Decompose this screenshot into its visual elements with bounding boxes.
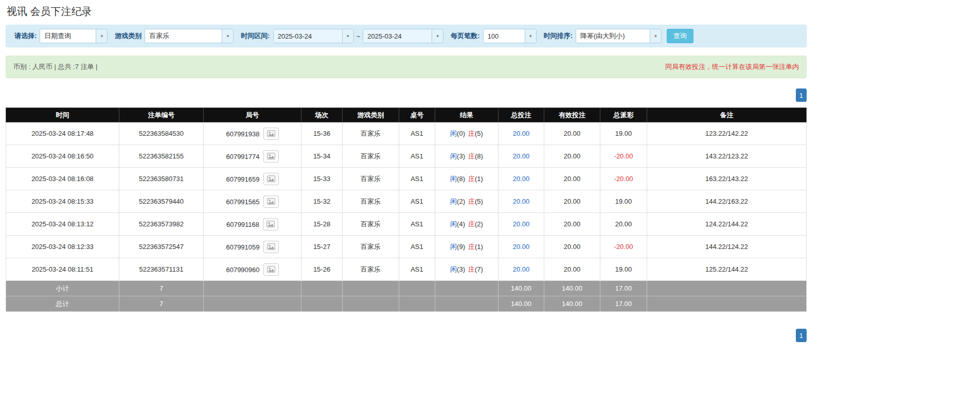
date-from-value[interactable]: 2025-03-24 bbox=[274, 29, 342, 43]
table-row: 2025-03-24 08:15:33 522363579440 6079915… bbox=[6, 190, 807, 213]
total-bet-link[interactable]: 20.00 bbox=[513, 243, 530, 251]
payout-cell: 19.00 bbox=[600, 258, 647, 281]
chevron-down-icon[interactable]: ▼ bbox=[650, 29, 661, 43]
session-cell: 15-26 bbox=[301, 258, 343, 281]
valid-bet-cell: 20.00 bbox=[544, 168, 600, 190]
per-page-combo[interactable]: 100 ▼ bbox=[483, 29, 537, 43]
bet-id-cell: 522363579440 bbox=[119, 190, 204, 213]
chevron-down-icon[interactable]: ▼ bbox=[96, 29, 107, 43]
view-round-button[interactable] bbox=[263, 263, 279, 276]
date-to-combo[interactable]: 2025-03-24 ▼ bbox=[363, 29, 443, 43]
table-no-cell: AS1 bbox=[399, 258, 435, 281]
date-from-combo[interactable]: 2025-03-24 ▼ bbox=[273, 29, 354, 43]
total-bet-link[interactable]: 20.00 bbox=[513, 130, 530, 137]
banker-result-label: 庄 bbox=[468, 198, 475, 205]
payout-cell: -20.00 bbox=[600, 168, 647, 190]
time-cell: 2025-03-24 08:17:48 bbox=[6, 122, 119, 145]
summary-currency-text: 币别 : 人民币 | 总共 :7 注单 | bbox=[13, 62, 98, 72]
grand-total-row: 总计 7 140.00 140.00 17.00 bbox=[6, 296, 807, 312]
table-row: 2025-03-24 08:13:12 522363573982 6079911… bbox=[6, 213, 807, 236]
column-header: 局号 bbox=[204, 108, 301, 122]
round-cell: 607991168 bbox=[204, 213, 301, 236]
round-id: 607991059 bbox=[226, 243, 259, 251]
query-type-value[interactable]: 日期查询 bbox=[40, 29, 96, 43]
view-round-button[interactable] bbox=[263, 150, 279, 163]
date-range-label: 时间区间: bbox=[241, 31, 270, 41]
payout-cell: 19.00 bbox=[600, 122, 647, 145]
game-type-combo[interactable]: 百家乐 ▼ bbox=[145, 29, 234, 43]
view-round-button[interactable] bbox=[263, 195, 279, 208]
game-type-cell: 百家乐 bbox=[343, 213, 399, 236]
bet-id-cell: 522363580731 bbox=[119, 168, 204, 190]
table-row: 2025-03-24 08:11:51 522363571131 6079909… bbox=[6, 258, 807, 281]
round-cell: 607991059 bbox=[204, 236, 301, 258]
bet-id-cell: 522363584530 bbox=[119, 122, 204, 145]
total-bet-cell: 20.00 bbox=[498, 213, 544, 236]
total-bet-cell: 20.00 bbox=[498, 236, 544, 258]
total-bet-cell: 20.00 bbox=[498, 122, 544, 145]
filter-bar: 请选择: 日期查询 ▼ 游戏类别 百家乐 ▼ 时间区间: 2025-03-24 … bbox=[6, 25, 807, 47]
player-result-label: 闲 bbox=[450, 152, 457, 160]
time-cell: 2025-03-24 08:13:12 bbox=[6, 213, 119, 236]
pagination-top: 1 bbox=[6, 88, 807, 102]
pagination-bottom: 1 bbox=[6, 329, 807, 342]
total-bet-link[interactable]: 20.00 bbox=[513, 198, 530, 205]
session-cell: 15-32 bbox=[301, 190, 343, 213]
player-result-count: (9) bbox=[457, 243, 465, 251]
total-bet-link[interactable]: 20.00 bbox=[513, 152, 530, 160]
view-round-button[interactable] bbox=[263, 218, 278, 230]
chevron-down-icon[interactable]: ▼ bbox=[342, 29, 353, 43]
chevron-down-icon[interactable]: ▼ bbox=[222, 29, 233, 43]
table-no-cell: AS1 bbox=[399, 168, 435, 190]
result-cell: 闲(3)庄(8) bbox=[435, 145, 498, 168]
player-result-label: 闲 bbox=[450, 198, 457, 205]
round-cell: 607991659 bbox=[204, 168, 301, 190]
valid-bet-cell: 20.00 bbox=[544, 213, 600, 236]
remark-cell: 123.22/142.22 bbox=[647, 122, 807, 145]
bet-id-cell: 522363572547 bbox=[119, 236, 204, 258]
query-type-combo[interactable]: 日期查询 ▼ bbox=[40, 29, 108, 43]
game-type-cell: 百家乐 bbox=[343, 190, 399, 213]
pagination-page-button[interactable]: 1 bbox=[796, 88, 807, 102]
round-id: 607991774 bbox=[226, 152, 259, 160]
table-no-cell: AS1 bbox=[399, 122, 435, 145]
player-result-count: (4) bbox=[457, 220, 465, 228]
total-bet-link[interactable]: 20.00 bbox=[513, 265, 530, 273]
subtotal-row: 小计 7 140.00 140.00 17.00 bbox=[6, 281, 807, 296]
round-id: 607991938 bbox=[226, 130, 259, 137]
valid-bet-cell: 20.00 bbox=[544, 145, 600, 168]
sort-value[interactable]: 降幂(由大到小) bbox=[576, 29, 650, 43]
column-header: 注单编号 bbox=[119, 108, 204, 122]
valid-bet-cell: 20.00 bbox=[544, 122, 600, 145]
chevron-down-icon[interactable]: ▼ bbox=[432, 29, 443, 43]
player-result-count: (8) bbox=[457, 175, 465, 183]
pagination-page-button[interactable]: 1 bbox=[796, 329, 807, 342]
payout-cell: -20.00 bbox=[600, 236, 647, 258]
game-type-value[interactable]: 百家乐 bbox=[145, 29, 222, 43]
total-bet-cell: 20.00 bbox=[498, 258, 544, 281]
banker-result-label: 庄 bbox=[468, 265, 475, 273]
image-icon bbox=[267, 175, 275, 182]
sort-combo[interactable]: 降幂(由大到小) ▼ bbox=[576, 29, 662, 43]
view-round-button[interactable] bbox=[263, 128, 279, 140]
date-to-value[interactable]: 2025-03-24 bbox=[363, 29, 432, 43]
chevron-down-icon[interactable]: ▼ bbox=[525, 29, 536, 43]
banker-result-count: (2) bbox=[475, 220, 483, 228]
column-header: 总投注 bbox=[498, 108, 544, 122]
remark-cell: 125.22/144.22 bbox=[647, 258, 807, 281]
view-round-button[interactable] bbox=[263, 173, 279, 185]
total-bet-link[interactable]: 20.00 bbox=[513, 220, 530, 228]
sort-label: 时间排序: bbox=[544, 31, 573, 41]
remark-cell: 143.22/123.22 bbox=[647, 145, 807, 168]
per-page-value[interactable]: 100 bbox=[484, 29, 525, 43]
search-button[interactable]: 查询 bbox=[667, 29, 693, 43]
total-label: 总计 bbox=[6, 296, 119, 312]
remark-cell: 124.22/144.22 bbox=[647, 213, 807, 236]
view-round-button[interactable] bbox=[263, 241, 279, 253]
total-bet-link[interactable]: 20.00 bbox=[513, 175, 530, 183]
player-result-count: (3) bbox=[457, 265, 465, 273]
total-bet-cell: 20.00 bbox=[498, 190, 544, 213]
round-id: 607990960 bbox=[226, 265, 259, 273]
table-header-row: 时间注单编号局号场次游戏类别桌号结果总投注有效投注总派彩备注 bbox=[6, 108, 807, 122]
main-container: 视讯 会员下注纪录 请选择: 日期查询 ▼ 游戏类别 百家乐 ▼ 时间区间: 2… bbox=[6, 0, 807, 342]
